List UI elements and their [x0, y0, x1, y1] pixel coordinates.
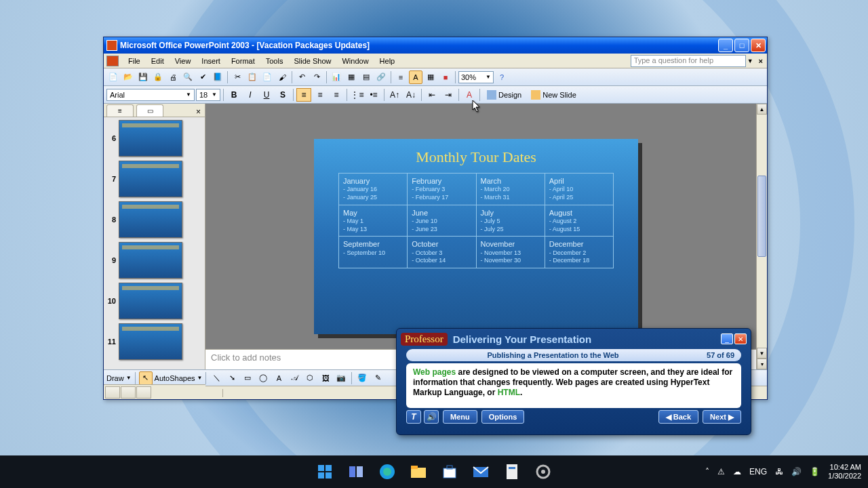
mdi-close-button[interactable]: × [755, 57, 767, 65]
slide-thumbnail[interactable] [119, 161, 182, 197]
scroll-up-button[interactable]: ▲ [757, 104, 767, 115]
spell-icon[interactable]: ✔ [196, 70, 210, 84]
mail-icon[interactable] [471, 462, 490, 481]
tutor-next-button[interactable]: Next ▶ [703, 410, 741, 424]
align-center-button[interactable]: ≡ [313, 88, 328, 102]
line-color-icon[interactable]: ✎ [371, 371, 384, 385]
menu-file[interactable]: File [123, 56, 146, 66]
chart-icon[interactable]: 📊 [330, 70, 343, 84]
font-combo[interactable]: Arial▼ [106, 89, 195, 101]
security-icon[interactable]: ⚠ [717, 467, 725, 476]
bold-button[interactable]: B [226, 88, 241, 102]
save-icon[interactable]: 💾 [136, 70, 150, 84]
language-indicator[interactable]: ENG [749, 467, 767, 476]
titlebar[interactable]: Microsoft Office PowerPoint 2003 - [Vaca… [104, 37, 767, 54]
table-cell[interactable]: September- September 10 [339, 237, 408, 268]
zoom-combo[interactable]: 30%▼ [458, 71, 494, 83]
paste-icon[interactable]: 📄 [260, 70, 274, 84]
app-icon[interactable] [502, 462, 521, 481]
network-icon[interactable]: 🖧 [775, 467, 783, 476]
underline-button[interactable]: U [259, 88, 274, 102]
taskbar[interactable]: ˄ ⚠ ☁ ENG 🖧 🔊 🔋 10:42 AM 1/30/2022 [0, 455, 868, 488]
menu-view[interactable]: View [170, 56, 197, 66]
tutor-minimize-button[interactable]: _ [721, 333, 733, 344]
autoshapes-menu[interactable]: AutoShapes [155, 374, 195, 382]
rectangle-icon[interactable]: ▭ [241, 371, 254, 385]
table-cell[interactable]: August- August 2- August 15 [545, 205, 613, 237]
cut-icon[interactable]: ✂ [231, 70, 244, 84]
settings-icon[interactable] [534, 462, 553, 481]
pane-close-button[interactable]: × [192, 107, 205, 117]
font-size-combo[interactable]: 18▼ [196, 89, 220, 101]
redo-icon[interactable]: ↷ [310, 70, 323, 84]
scroll-next-button[interactable]: ▾ [757, 359, 767, 369]
thumbnail-row[interactable]: 10 [106, 283, 202, 319]
increase-font-button[interactable]: A↑ [387, 88, 402, 102]
tray-chevron-icon[interactable]: ˄ [705, 467, 709, 476]
outline-tab[interactable]: ≡ [106, 104, 134, 117]
table-cell[interactable]: January- January 16- January 25 [339, 174, 408, 205]
explorer-icon[interactable] [409, 462, 428, 481]
tables-borders-icon[interactable]: ▤ [359, 70, 373, 84]
slides-tab[interactable]: ▭ [136, 104, 163, 117]
menu-insert[interactable]: Insert [196, 56, 226, 66]
menu-edit[interactable]: Edit [146, 56, 170, 66]
thumbnail-row[interactable]: 9 [106, 242, 202, 279]
table-cell[interactable]: May- May 1- May 13 [339, 205, 408, 237]
wordart-icon[interactable]: 𝒜 [288, 371, 301, 385]
diagram-icon[interactable]: ⬡ [303, 371, 317, 385]
textbox-icon[interactable]: A [272, 371, 285, 385]
table-cell[interactable]: July- July 5- July 25 [477, 205, 545, 237]
normal-view-button[interactable] [105, 386, 120, 399]
slide-thumbnail[interactable] [119, 242, 182, 279]
format-painter-icon[interactable]: 🖌 [275, 70, 289, 84]
table-cell[interactable]: February- February 3- February 17 [408, 174, 476, 205]
table-cell[interactable]: December- December 2- December 18 [545, 237, 613, 268]
tutor-options-button[interactable]: Options [481, 410, 525, 424]
slide-thumbnail[interactable] [119, 120, 182, 157]
line-icon[interactable]: ＼ [210, 371, 223, 385]
battery-icon[interactable]: 🔋 [810, 467, 820, 476]
minimize-button[interactable]: _ [718, 39, 733, 52]
grid-icon[interactable]: ▦ [424, 70, 437, 84]
increase-indent-button[interactable]: ⇥ [441, 88, 456, 102]
menu-slideshow[interactable]: Slide Show [288, 56, 336, 66]
bullets-button[interactable]: •≡ [366, 88, 381, 102]
menu-format[interactable]: Format [226, 56, 260, 66]
help-icon[interactable]: ? [495, 70, 509, 84]
new-slide-button[interactable]: New Slide [527, 88, 580, 102]
decrease-indent-button[interactable]: ⇤ [425, 88, 439, 102]
dates-table[interactable]: January- January 16- January 25February-… [338, 173, 614, 268]
research-icon[interactable]: 📘 [211, 70, 224, 84]
slide-canvas[interactable]: Monthly Tour Dates January- January 16- … [314, 139, 638, 334]
shadow-button[interactable]: S [275, 88, 290, 102]
table-cell[interactable]: November- November 13- November 30 [477, 237, 545, 268]
picture-icon[interactable]: 📷 [334, 371, 348, 385]
start-button[interactable] [315, 462, 334, 481]
maximize-button[interactable]: □ [734, 39, 749, 52]
color-icon[interactable]: ■ [439, 70, 452, 84]
thumbnail-row[interactable]: 11 [106, 323, 202, 360]
copy-icon[interactable]: 📋 [245, 70, 259, 84]
draw-menu[interactable]: Draw [106, 374, 124, 382]
align-left-button[interactable]: ≡ [296, 88, 311, 102]
slide-title[interactable]: Monthly Tour Dates [314, 139, 638, 173]
design-button[interactable]: Design [483, 88, 526, 102]
tutor-titlebar[interactable]: Professor Delivering Your Presentation _… [397, 329, 751, 349]
help-search-input[interactable]: Type a question for help [631, 55, 746, 67]
select-icon[interactable]: ↖ [139, 371, 153, 385]
tutor-menu-button[interactable]: Menu [443, 410, 477, 424]
slide-thumbnail[interactable] [119, 201, 182, 238]
fill-color-icon[interactable]: 🪣 [355, 371, 369, 385]
thumbnail-row[interactable]: 7 [106, 161, 202, 197]
print-icon[interactable]: 🖨 [166, 70, 180, 84]
store-icon[interactable] [440, 462, 459, 481]
slide-thumbnail[interactable] [119, 323, 182, 360]
tutor-back-button[interactable]: ◀ Back [658, 410, 698, 424]
thumbnail-row[interactable]: 6 [106, 120, 202, 157]
table-cell[interactable]: March- March 20- March 31 [477, 174, 545, 205]
table-icon[interactable]: ▦ [344, 70, 358, 84]
tutor-window[interactable]: Professor Delivering Your Presentation _… [396, 328, 751, 435]
table-cell[interactable]: June- June 10- June 23 [408, 205, 476, 237]
hyperlink-icon[interactable]: 🔗 [374, 70, 388, 84]
